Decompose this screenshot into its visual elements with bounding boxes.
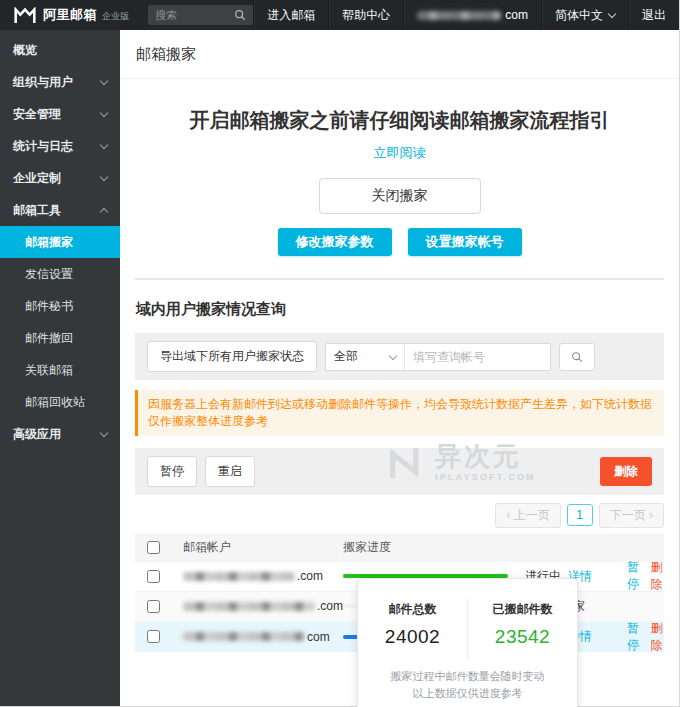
- chevron-down-icon: [100, 173, 108, 181]
- search-combo: 全部: [325, 343, 551, 371]
- sidebar-item-overview[interactable]: 概览: [0, 34, 120, 66]
- sidebar-item-security[interactable]: 安全管理: [0, 98, 120, 130]
- sidebar-item-label: 邮件秘书: [25, 298, 73, 315]
- total-mails-label: 邮件总数: [358, 601, 467, 618]
- chevron-down-icon: [100, 109, 108, 117]
- current-page-button[interactable]: 1: [567, 504, 593, 526]
- sidebar-item-label: 邮件撤回: [25, 330, 73, 347]
- sidebar-item-label: 企业定制: [13, 170, 61, 187]
- query-search-button[interactable]: [559, 343, 595, 371]
- topbar-search-box[interactable]: [148, 5, 253, 25]
- chevron-down-icon: [100, 77, 108, 85]
- column-header-progress: 搬家进度: [343, 539, 525, 556]
- sidebar-item-mail-recall[interactable]: 邮件撤回: [0, 322, 120, 354]
- sidebar-item-enterprise-custom[interactable]: 企业定制: [0, 162, 120, 194]
- chevron-down-icon: [100, 429, 108, 437]
- sidebar-nav: 概览 组织与用户 安全管理 统计与日志 企业定制 邮箱工具 邮箱搬家 发信设置: [0, 30, 120, 706]
- sidebar-item-mailbox-recycle-bin[interactable]: 邮箱回收站: [0, 386, 120, 418]
- account-suffix: com: [307, 630, 330, 644]
- brand-name: 阿里邮箱: [43, 6, 97, 24]
- pause-button[interactable]: 暂停: [147, 456, 197, 487]
- migration-guide-section: 开启邮箱搬家之前请仔细阅读邮箱搬家流程指引 立即阅读 关闭搬家 修改搬家参数 设…: [120, 79, 679, 256]
- filter-selected-value: 全部: [334, 348, 358, 365]
- sidebar-item-mail-secretary[interactable]: 邮件秘书: [0, 290, 120, 322]
- close-migration-button[interactable]: 关闭搬家: [319, 178, 481, 214]
- page-title: 邮箱搬家: [120, 30, 679, 79]
- row-checkbox[interactable]: [147, 630, 160, 643]
- delete-button[interactable]: 删除: [600, 457, 652, 486]
- moved-mails-value: 23542: [468, 626, 577, 648]
- restart-button[interactable]: 重启: [205, 456, 255, 487]
- sidebar-item-mail-migration[interactable]: 邮箱搬家: [0, 226, 120, 258]
- prev-page-button[interactable]: ‹ 上一页: [495, 503, 560, 528]
- app-window: 阿里邮箱 企业版 进入邮箱 帮助中心 com 简体中文 退出 概览 组织与用户: [0, 0, 680, 707]
- sidebar-item-org-users[interactable]: 组织与用户: [0, 66, 120, 98]
- account-menu[interactable]: com: [403, 0, 541, 30]
- search-icon: [234, 9, 246, 21]
- sidebar-item-label: 邮箱搬家: [25, 234, 73, 251]
- next-page-button[interactable]: 下一页 ›: [599, 503, 664, 528]
- sidebar-item-send-settings[interactable]: 发信设置: [0, 258, 120, 290]
- pagination: ‹ 上一页 1 下一页 ›: [135, 503, 664, 528]
- moved-mails-label: 已搬邮件数: [468, 601, 577, 618]
- logout-button[interactable]: 退出: [628, 0, 679, 30]
- chevron-up-icon: [100, 207, 108, 215]
- row-pause-link[interactable]: 暂停: [627, 620, 641, 654]
- sidebar-item-linked-mailbox[interactable]: 关联邮箱: [0, 354, 120, 386]
- language-label: 简体中文: [555, 7, 603, 24]
- sidebar-item-mail-tools[interactable]: 邮箱工具: [0, 194, 120, 226]
- top-bar: 阿里邮箱 企业版 进入邮箱 帮助中心 com 简体中文 退出: [0, 0, 679, 30]
- total-mails-value: 24002: [358, 626, 467, 648]
- account-query-input[interactable]: [404, 344, 550, 370]
- topbar-search-input[interactable]: [155, 9, 234, 21]
- language-selector[interactable]: 简体中文: [541, 0, 628, 30]
- sidebar-item-label: 组织与用户: [13, 74, 73, 91]
- brand-edition-badge: 企业版: [102, 10, 129, 23]
- sidebar-item-label: 邮箱工具: [13, 202, 61, 219]
- query-toolbar: 导出域下所有用户搬家状态 全部: [135, 333, 664, 380]
- brand-logo: 阿里邮箱 企业版: [0, 0, 148, 30]
- blurred-account-name: [183, 632, 305, 641]
- blurred-account-name: [183, 602, 315, 611]
- sidebar-item-stats-logs[interactable]: 统计与日志: [0, 130, 120, 162]
- account-suffix: .com: [317, 599, 343, 613]
- table-header-row: 邮箱帐户 搬家进度: [135, 534, 664, 562]
- batch-action-toolbar: 暂停 重启 删除: [135, 448, 664, 495]
- row-checkbox[interactable]: [147, 570, 160, 583]
- row-delete-link[interactable]: 删除: [651, 559, 665, 593]
- popover-note-line2: 以上数据仅供进度参考: [358, 685, 577, 702]
- sidebar-item-advanced-apps[interactable]: 高级应用: [0, 418, 120, 450]
- sidebar-item-label: 概览: [13, 42, 37, 59]
- sidebar-item-label: 关联邮箱: [25, 362, 73, 379]
- row-pause-link[interactable]: 暂停: [627, 559, 641, 593]
- account-blurred-name: [417, 11, 501, 20]
- account-suffix: .com: [297, 569, 323, 583]
- main-content: 邮箱搬家 开启邮箱搬家之前请仔细阅读邮箱搬家流程指引 立即阅读 关闭搬家 修改搬…: [120, 30, 679, 706]
- alimail-logo-icon: [14, 7, 36, 24]
- read-now-link[interactable]: 立即阅读: [374, 144, 426, 162]
- enter-mailbox-link[interactable]: 进入邮箱: [253, 0, 328, 30]
- filter-select[interactable]: 全部: [326, 344, 404, 370]
- row-checkbox[interactable]: [147, 600, 160, 613]
- warning-banner: 因服务器上会有新邮件到达或移动删除邮件等操作，均会导致统计数据产生差异，如下统计…: [135, 390, 664, 436]
- row-delete-link[interactable]: 删除: [651, 620, 665, 654]
- blurred-account-name: [183, 572, 295, 581]
- guide-heading: 开启邮箱搬家之前请仔细阅读邮箱搬家流程指引: [120, 107, 679, 134]
- chevron-down-icon: [100, 141, 108, 149]
- sidebar-item-label: 高级应用: [13, 426, 61, 443]
- chevron-down-icon: [389, 351, 397, 359]
- migration-stats-popover: 邮件总数 24002 已搬邮件数 23542 搬家过程中邮件数量会随时变动 以上…: [357, 578, 578, 707]
- select-all-checkbox[interactable]: [147, 541, 160, 554]
- setup-account-button[interactable]: 设置搬家帐号: [408, 228, 522, 256]
- chevron-down-icon: [608, 9, 616, 17]
- modify-params-button[interactable]: 修改搬家参数: [278, 228, 392, 256]
- search-icon: [571, 351, 583, 363]
- query-section-title: 域内用户搬家情况查询: [136, 300, 663, 319]
- sidebar-item-label: 统计与日志: [13, 138, 73, 155]
- popover-note-line1: 搬家过程中邮件数量会随时变动: [358, 668, 577, 685]
- help-center-link[interactable]: 帮助中心: [328, 0, 403, 30]
- account-suffix: com: [505, 8, 528, 22]
- export-status-button[interactable]: 导出域下所有用户搬家状态: [147, 341, 317, 372]
- sidebar-item-label: 邮箱回收站: [25, 394, 85, 411]
- section-divider: [135, 278, 664, 280]
